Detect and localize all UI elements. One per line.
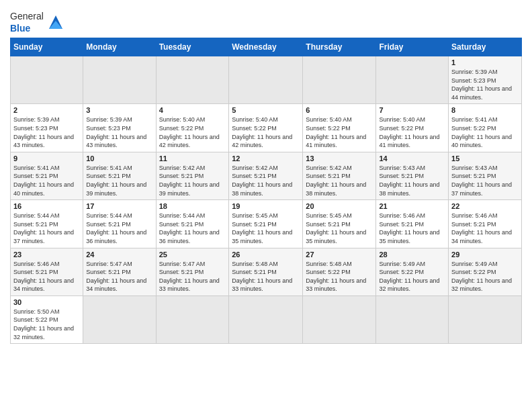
day-number: 10 <box>86 154 152 163</box>
day-number: 27 <box>306 250 373 259</box>
day-info: Sunrise: 5:45 AMSunset: 5:21 PMDaylight:… <box>306 212 373 245</box>
calendar-cell: 1Sunrise: 5:39 AMSunset: 5:23 PMDaylight… <box>449 56 522 104</box>
day-info: Sunrise: 5:46 AMSunset: 5:21 PMDaylight:… <box>13 260 80 293</box>
header-day: Thursday <box>303 38 376 56</box>
calendar-body: 1Sunrise: 5:39 AMSunset: 5:23 PMDaylight… <box>11 56 522 344</box>
header-day: Sunday <box>11 38 83 56</box>
day-number: 17 <box>86 202 152 210</box>
day-number: 8 <box>451 106 519 114</box>
calendar-cell <box>11 56 83 104</box>
day-number: 9 <box>13 154 80 163</box>
day-info: Sunrise: 5:42 AMSunset: 5:21 PMDaylight:… <box>306 164 373 197</box>
day-info: Sunrise: 5:40 AMSunset: 5:22 PMDaylight:… <box>232 116 300 149</box>
calendar-cell <box>376 295 449 343</box>
header-day: Friday <box>376 38 449 56</box>
calendar-cell <box>83 295 156 343</box>
day-number: 29 <box>451 250 519 259</box>
day-number: 19 <box>232 202 300 210</box>
day-info: Sunrise: 5:44 AMSunset: 5:21 PMDaylight:… <box>13 212 80 245</box>
calendar-cell: 28Sunrise: 5:49 AMSunset: 5:22 PMDayligh… <box>376 248 449 295</box>
day-info: Sunrise: 5:49 AMSunset: 5:22 PMDaylight:… <box>379 260 445 293</box>
day-number: 12 <box>232 154 300 163</box>
calendar-week-row: 16Sunrise: 5:44 AMSunset: 5:21 PMDayligh… <box>11 200 522 248</box>
calendar-cell: 19Sunrise: 5:45 AMSunset: 5:21 PMDayligh… <box>229 200 303 248</box>
calendar-cell: 10Sunrise: 5:41 AMSunset: 5:21 PMDayligh… <box>83 152 156 199</box>
day-info: Sunrise: 5:46 AMSunset: 5:21 PMDaylight:… <box>379 212 445 245</box>
day-number: 26 <box>232 250 300 259</box>
calendar-cell <box>303 56 376 104</box>
day-number: 14 <box>379 154 445 163</box>
day-info: Sunrise: 5:41 AMSunset: 5:21 PMDaylight:… <box>86 164 152 197</box>
header-day: Monday <box>83 38 156 56</box>
calendar-cell: 4Sunrise: 5:40 AMSunset: 5:22 PMDaylight… <box>156 104 229 152</box>
calendar-cell: 29Sunrise: 5:49 AMSunset: 5:22 PMDayligh… <box>449 248 522 295</box>
day-info: Sunrise: 5:41 AMSunset: 5:22 PMDaylight:… <box>451 116 519 149</box>
calendar-week-row: 23Sunrise: 5:46 AMSunset: 5:21 PMDayligh… <box>11 248 522 295</box>
header-day: Saturday <box>449 38 522 56</box>
calendar-week-row: 9Sunrise: 5:41 AMSunset: 5:21 PMDaylight… <box>11 152 522 199</box>
day-info: Sunrise: 5:39 AMSunset: 5:23 PMDaylight:… <box>86 116 152 149</box>
day-number: 6 <box>306 106 373 114</box>
calendar-cell: 27Sunrise: 5:48 AMSunset: 5:22 PMDayligh… <box>303 248 376 295</box>
calendar-cell: 24Sunrise: 5:47 AMSunset: 5:21 PMDayligh… <box>83 248 156 295</box>
calendar-cell: 3Sunrise: 5:39 AMSunset: 5:23 PMDaylight… <box>83 104 156 152</box>
day-info: Sunrise: 5:45 AMSunset: 5:21 PMDaylight:… <box>232 212 300 245</box>
day-number: 30 <box>13 298 80 306</box>
calendar-cell: 15Sunrise: 5:43 AMSunset: 5:21 PMDayligh… <box>449 152 522 199</box>
calendar-cell: 11Sunrise: 5:42 AMSunset: 5:21 PMDayligh… <box>156 152 229 199</box>
calendar-cell: 2Sunrise: 5:39 AMSunset: 5:23 PMDaylight… <box>11 104 83 152</box>
calendar-cell: 26Sunrise: 5:48 AMSunset: 5:21 PMDayligh… <box>229 248 303 295</box>
calendar-cell: 6Sunrise: 5:40 AMSunset: 5:22 PMDaylight… <box>303 104 376 152</box>
logo-text: General Blue <box>10 11 44 34</box>
calendar-header: SundayMondayTuesdayWednesdayThursdayFrid… <box>11 38 522 56</box>
day-info: Sunrise: 5:49 AMSunset: 5:22 PMDaylight:… <box>451 260 519 293</box>
day-info: Sunrise: 5:48 AMSunset: 5:22 PMDaylight:… <box>306 260 373 293</box>
calendar-cell: 9Sunrise: 5:41 AMSunset: 5:21 PMDaylight… <box>11 152 83 199</box>
calendar-cell: 5Sunrise: 5:40 AMSunset: 5:22 PMDaylight… <box>229 104 303 152</box>
calendar-week-row: 1Sunrise: 5:39 AMSunset: 5:23 PMDaylight… <box>11 56 522 104</box>
calendar-cell: 20Sunrise: 5:45 AMSunset: 5:21 PMDayligh… <box>303 200 376 248</box>
day-number: 3 <box>86 106 152 114</box>
day-info: Sunrise: 5:48 AMSunset: 5:21 PMDaylight:… <box>232 260 300 293</box>
header-day: Wednesday <box>229 38 303 56</box>
calendar-cell: 12Sunrise: 5:42 AMSunset: 5:21 PMDayligh… <box>229 152 303 199</box>
calendar-cell: 17Sunrise: 5:44 AMSunset: 5:21 PMDayligh… <box>83 200 156 248</box>
calendar-cell: 25Sunrise: 5:47 AMSunset: 5:21 PMDayligh… <box>156 248 229 295</box>
day-info: Sunrise: 5:39 AMSunset: 5:23 PMDaylight:… <box>451 68 519 101</box>
calendar-cell <box>229 56 303 104</box>
calendar-cell: 22Sunrise: 5:46 AMSunset: 5:21 PMDayligh… <box>449 200 522 248</box>
calendar-cell: 14Sunrise: 5:43 AMSunset: 5:21 PMDayligh… <box>376 152 449 199</box>
calendar-cell <box>156 295 229 343</box>
calendar-table: SundayMondayTuesdayWednesdayThursdayFrid… <box>10 38 522 344</box>
calendar-cell: 18Sunrise: 5:44 AMSunset: 5:21 PMDayligh… <box>156 200 229 248</box>
day-number: 24 <box>86 250 152 259</box>
day-number: 28 <box>379 250 445 259</box>
calendar-week-row: 30Sunrise: 5:50 AMSunset: 5:22 PMDayligh… <box>11 295 522 343</box>
day-number: 4 <box>159 106 226 114</box>
day-info: Sunrise: 5:41 AMSunset: 5:21 PMDaylight:… <box>13 164 80 197</box>
calendar-week-row: 2Sunrise: 5:39 AMSunset: 5:23 PMDaylight… <box>11 104 522 152</box>
calendar-cell <box>156 56 229 104</box>
day-number: 21 <box>379 202 445 210</box>
day-number: 1 <box>451 58 519 66</box>
day-info: Sunrise: 5:39 AMSunset: 5:23 PMDaylight:… <box>13 116 80 149</box>
calendar-cell: 16Sunrise: 5:44 AMSunset: 5:21 PMDayligh… <box>11 200 83 248</box>
day-info: Sunrise: 5:43 AMSunset: 5:21 PMDaylight:… <box>379 164 445 197</box>
day-info: Sunrise: 5:44 AMSunset: 5:21 PMDaylight:… <box>159 212 226 245</box>
day-info: Sunrise: 5:42 AMSunset: 5:21 PMDaylight:… <box>159 164 226 197</box>
day-info: Sunrise: 5:40 AMSunset: 5:22 PMDaylight:… <box>306 116 373 149</box>
logo-icon <box>46 13 65 32</box>
day-number: 5 <box>232 106 300 114</box>
logo-general: General <box>10 11 44 21</box>
calendar-cell <box>303 295 376 343</box>
page-header: General Blue <box>10 7 522 34</box>
day-number: 7 <box>379 106 445 114</box>
header-row: SundayMondayTuesdayWednesdayThursdayFrid… <box>11 38 522 56</box>
day-info: Sunrise: 5:42 AMSunset: 5:21 PMDaylight:… <box>232 164 300 197</box>
day-info: Sunrise: 5:46 AMSunset: 5:21 PMDaylight:… <box>451 212 519 245</box>
calendar-cell <box>376 56 449 104</box>
day-number: 15 <box>451 154 519 163</box>
day-number: 20 <box>306 202 373 210</box>
calendar-cell: 23Sunrise: 5:46 AMSunset: 5:21 PMDayligh… <box>11 248 83 295</box>
day-number: 11 <box>159 154 226 163</box>
